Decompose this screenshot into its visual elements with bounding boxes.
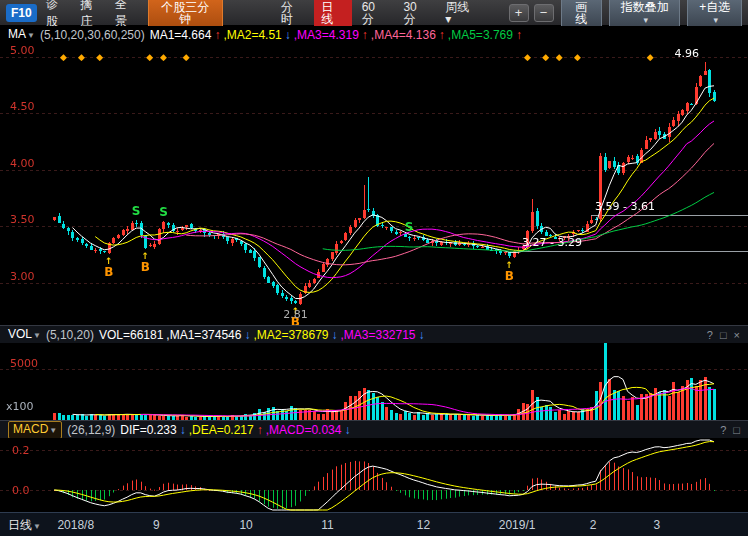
macd-indicator-label: MACD bbox=[13, 422, 48, 436]
period-button-rixian[interactable]: 日线 bbox=[314, 0, 351, 28]
indicator-value: DIF=0.233 bbox=[120, 421, 176, 439]
indicator-value: MA1=4.664 bbox=[150, 26, 212, 44]
zoom-in-button[interactable]: + bbox=[509, 4, 529, 22]
close-icon[interactable]: × bbox=[734, 326, 740, 344]
toolbar: F10 诊股 擒庄 全景 个股三分钟 分时日线60分30分周线▾ + − 画线 … bbox=[0, 0, 748, 26]
vol-values: VOL=66181,MA1=374546↓,MA2=378679↓,MA3=33… bbox=[99, 326, 425, 344]
volume-indicator-header: VOL▼ (5,10,20) VOL=66181,MA1=374546↓,MA2… bbox=[0, 325, 748, 343]
maximize-icon[interactable]: □ bbox=[720, 326, 727, 344]
bottom-period-selector[interactable]: 日线▼ bbox=[8, 517, 41, 534]
draw-line-button[interactable]: 画线 bbox=[561, 0, 602, 29]
chevron-down-icon: ▼ bbox=[49, 426, 57, 435]
vol-indicator-label: VOL bbox=[8, 327, 32, 341]
period-button-60min[interactable]: 60分 bbox=[355, 0, 394, 28]
help-icon[interactable]: ? bbox=[720, 421, 726, 439]
x-axis-label: 10 bbox=[239, 518, 252, 532]
down-arrow-icon: ↓ bbox=[285, 26, 291, 44]
main-chart-canvas[interactable] bbox=[0, 44, 748, 325]
x-axis-label: 2 bbox=[590, 518, 597, 532]
macd-panel-icons: ?□ bbox=[720, 421, 740, 439]
indicator-value: VOL=66181 bbox=[99, 326, 163, 344]
indicator-value: ,MA1=374546 bbox=[166, 326, 241, 344]
indicator-value: ,MA5=3.769 bbox=[448, 26, 513, 44]
macd-params: (26,12,9) bbox=[67, 421, 115, 439]
x-axis-label: 2019/1 bbox=[499, 518, 536, 532]
indicator-value: ,MA2=378679 bbox=[253, 326, 328, 344]
vol-params: (5,10,20) bbox=[46, 326, 94, 344]
vol-indicator-dropdown[interactable]: VOL▼ bbox=[8, 325, 41, 345]
up-arrow-icon: ↑ bbox=[362, 26, 368, 44]
indicator-value: ,DEA=0.217 bbox=[189, 421, 254, 439]
help-icon[interactable]: ? bbox=[707, 326, 713, 344]
chevron-down-icon: ▼ bbox=[33, 331, 41, 340]
ma-indicator-dropdown[interactable]: MA▼ bbox=[8, 25, 35, 45]
period-button-30min[interactable]: 30分 bbox=[396, 0, 435, 28]
add-watchlist-label: +自选 bbox=[699, 0, 730, 14]
up-arrow-icon: ↑ bbox=[214, 26, 220, 44]
x-axis-label: 11 bbox=[321, 518, 333, 532]
down-arrow-icon: ↓ bbox=[344, 421, 350, 439]
bottom-bar: 日线▼ 2018/891011122019/123 bbox=[0, 512, 748, 536]
macd-indicator-dropdown[interactable]: MACD▼ bbox=[8, 421, 62, 439]
ma-indicator-label: MA bbox=[8, 27, 26, 41]
vol-panel-icons: ?□× bbox=[707, 326, 740, 344]
macd-indicator-header: MACD▼ (26,12,9) DIF=0.233↓,DEA=0.217↑,MA… bbox=[0, 420, 748, 438]
down-arrow-icon: ↓ bbox=[180, 421, 186, 439]
chevron-down-icon: ▾ bbox=[643, 15, 648, 25]
indicator-value: ,MA3=4.319 bbox=[294, 26, 359, 44]
ma-params: (5,10,20,30,60,250) bbox=[40, 26, 145, 44]
add-watchlist-button[interactable]: +自选▾ bbox=[687, 0, 742, 29]
main-indicator-header: MA▼ (5,10,20,30,60,250) MA1=4.664↑,MA2=4… bbox=[0, 26, 748, 44]
zoom-controls: + − bbox=[509, 4, 554, 22]
f10-button[interactable]: F10 bbox=[6, 4, 37, 22]
chevron-down-icon: ▼ bbox=[33, 522, 41, 531]
macd-values: DIF=0.233↓,DEA=0.217↑,MACD=0.034↓ bbox=[120, 421, 350, 439]
bottom-period-label: 日线 bbox=[8, 518, 32, 532]
down-arrow-icon: ↓ bbox=[331, 326, 337, 344]
indicator-value: ,MA4=4.136 bbox=[371, 26, 436, 44]
x-axis-label: 3 bbox=[653, 518, 660, 532]
index-overlay-button[interactable]: 指数叠加▾ bbox=[609, 0, 680, 29]
ma-values: MA1=4.664↑,MA2=4.51↓,MA3=4.319↑,MA4=4.13… bbox=[150, 26, 522, 44]
x-axis-label: 12 bbox=[417, 518, 430, 532]
toolbar-right-group: 画线 指数叠加▾ +自选▾ bbox=[561, 0, 742, 29]
down-arrow-icon: ↓ bbox=[244, 326, 250, 344]
chevron-down-icon: ▾ bbox=[713, 15, 718, 25]
up-arrow-icon: ↑ bbox=[516, 26, 522, 44]
up-arrow-icon: ↑ bbox=[257, 421, 263, 439]
chevron-down-icon: ▼ bbox=[27, 31, 35, 40]
stock-3min-button[interactable]: 个股三分钟 bbox=[148, 0, 223, 29]
down-arrow-icon: ↓ bbox=[419, 326, 425, 344]
period-selector: 分时日线60分30分周线▾ bbox=[274, 0, 482, 28]
macd-chart-canvas[interactable] bbox=[0, 438, 748, 512]
maximize-icon[interactable]: □ bbox=[733, 421, 740, 439]
period-button-fenshi[interactable]: 分时 bbox=[274, 0, 311, 28]
stock-chart-app: F10 诊股 擒庄 全景 个股三分钟 分时日线60分30分周线▾ + − 画线 … bbox=[0, 0, 748, 536]
indicator-value: ,MA2=4.51 bbox=[223, 26, 281, 44]
volume-chart-canvas[interactable] bbox=[0, 343, 748, 420]
zoom-out-button[interactable]: − bbox=[534, 4, 554, 22]
indicator-value: ,MA3=332715 bbox=[340, 326, 415, 344]
x-axis-label: 2018/8 bbox=[57, 518, 94, 532]
up-arrow-icon: ↑ bbox=[439, 26, 445, 44]
index-overlay-label: 指数叠加 bbox=[621, 0, 669, 14]
indicator-value: ,MACD=0.034 bbox=[266, 421, 342, 439]
x-axis-label: 9 bbox=[153, 518, 160, 532]
period-button-zhouxian[interactable]: 周线▾ bbox=[438, 0, 481, 28]
